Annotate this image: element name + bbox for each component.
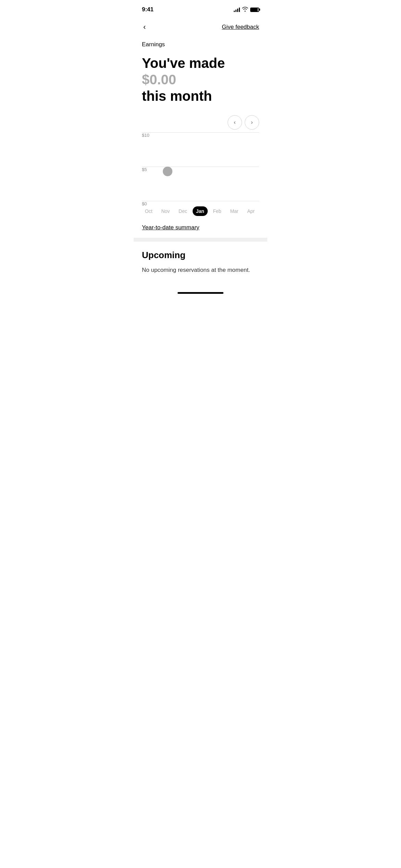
year-to-date-section: Year-to-date summary — [134, 217, 267, 238]
page-title: Earnings — [142, 41, 259, 48]
status-icons — [234, 7, 259, 13]
chart-nav: ‹ › — [142, 115, 259, 130]
back-button[interactable]: ‹ — [142, 21, 147, 33]
headline-line3: this month — [142, 88, 259, 104]
chart-next-button[interactable]: › — [245, 115, 259, 130]
chart-label-10: $10 — [142, 133, 152, 138]
signal-icon — [234, 7, 240, 12]
month-nov[interactable]: Nov — [158, 206, 173, 216]
headline-line1: You've made — [142, 55, 259, 71]
chart-line-5: $5 — [142, 167, 259, 172]
header-nav: ‹ Give feedback — [134, 17, 267, 36]
upcoming-section: Upcoming No upcoming reservations at the… — [134, 242, 267, 288]
year-to-date-link[interactable]: Year-to-date summary — [142, 224, 199, 231]
month-dec[interactable]: Dec — [175, 206, 191, 216]
battery-icon — [250, 8, 259, 12]
chart-line-0: $0 — [142, 201, 259, 206]
wifi-icon — [242, 7, 248, 13]
chart-line-10: $10 — [142, 132, 259, 138]
chart-container: $10 $5 $0 — [142, 132, 259, 201]
upcoming-title: Upcoming — [142, 250, 259, 261]
chart-label-0: $0 — [142, 201, 152, 206]
section-divider — [134, 238, 267, 242]
home-indicator-bar — [178, 292, 223, 294]
chart-label-5: $5 — [142, 167, 152, 172]
upcoming-empty-message: No upcoming reservations at the moment. — [142, 266, 259, 274]
month-apr[interactable]: Apr — [244, 206, 258, 216]
home-indicator — [134, 288, 267, 297]
month-oct[interactable]: Oct — [142, 206, 156, 216]
chart-prev-button[interactable]: ‹ — [228, 115, 242, 130]
give-feedback-link[interactable]: Give feedback — [222, 24, 259, 31]
month-jan[interactable]: Jan — [193, 206, 208, 216]
status-bar: 9:41 — [134, 0, 267, 17]
month-feb[interactable]: Feb — [210, 206, 225, 216]
page-content: Earnings You've made $0.00 this month ‹ … — [134, 36, 267, 217]
status-time: 9:41 — [142, 6, 154, 13]
month-mar[interactable]: Mar — [227, 206, 242, 216]
earnings-headline: You've made $0.00 this month — [142, 55, 259, 104]
earnings-amount: $0.00 — [142, 71, 259, 88]
chart-data-dot — [163, 167, 172, 176]
